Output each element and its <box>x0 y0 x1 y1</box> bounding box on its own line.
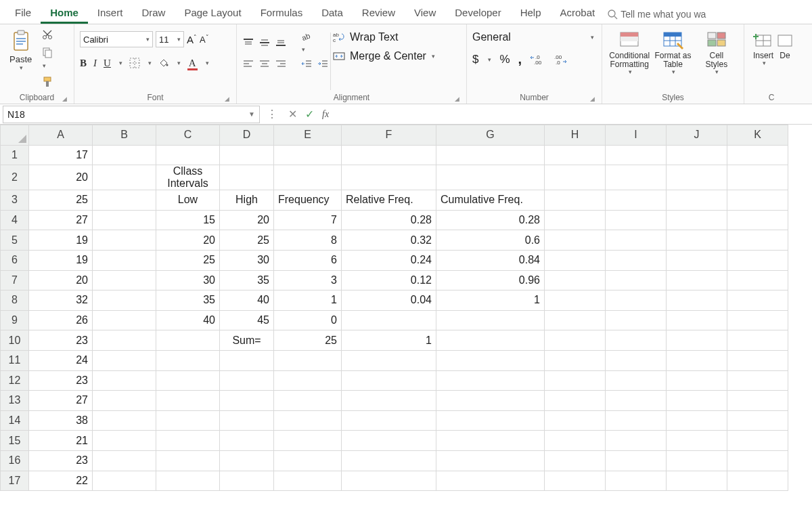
tab-page-layout[interactable]: Page Layout <box>175 3 250 24</box>
row-header[interactable]: 15 <box>1 431 29 451</box>
cell[interactable] <box>545 270 606 291</box>
cell[interactable] <box>606 190 667 211</box>
cell[interactable] <box>727 291 788 311</box>
cell[interactable] <box>93 330 156 351</box>
cell[interactable] <box>727 391 788 411</box>
copy-button[interactable]: ▾ <box>39 45 56 72</box>
cell[interactable] <box>667 370 727 391</box>
cell[interactable]: 23 <box>29 370 93 391</box>
row-header[interactable]: 4 <box>1 210 29 230</box>
cell[interactable] <box>274 391 342 411</box>
cell[interactable] <box>436 431 545 451</box>
cell[interactable]: 0.32 <box>342 230 436 251</box>
cell[interactable]: Relative Freq. <box>342 190 436 211</box>
cell[interactable] <box>220 145 274 165</box>
cell[interactable] <box>545 165 606 190</box>
cell[interactable] <box>545 291 606 311</box>
cell[interactable]: 1 <box>342 330 436 351</box>
tell-me-search[interactable]: Tell me what you wa <box>604 5 708 24</box>
decrease-font-button[interactable]: A˅ <box>200 34 209 45</box>
cell[interactable] <box>436 391 545 411</box>
clipboard-dialog-launcher[interactable]: ◢ <box>62 95 67 102</box>
cell[interactable] <box>545 330 606 351</box>
tab-insert[interactable]: Insert <box>88 3 133 24</box>
tab-home[interactable]: Home <box>41 3 88 24</box>
cell[interactable] <box>93 270 156 291</box>
cell[interactable] <box>274 370 342 391</box>
cell-styles-button[interactable]: CellStyles▾ <box>698 30 735 76</box>
cell[interactable] <box>667 431 727 451</box>
tab-view[interactable]: View <box>405 3 445 24</box>
paste-button[interactable]: Paste ▾ <box>5 27 36 85</box>
cell[interactable]: 0.28 <box>342 210 436 230</box>
cell[interactable]: 0.28 <box>436 210 545 230</box>
cell[interactable] <box>156 391 220 411</box>
cell[interactable] <box>220 165 274 190</box>
tab-review[interactable]: Review <box>353 3 405 24</box>
cell[interactable] <box>220 431 274 451</box>
cell[interactable]: 30 <box>156 270 220 291</box>
row-header[interactable]: 12 <box>1 370 29 391</box>
decrease-indent-button[interactable] <box>300 58 313 69</box>
cell[interactable] <box>727 471 788 491</box>
cell[interactable] <box>727 410 788 431</box>
cell[interactable] <box>93 210 156 230</box>
cell[interactable]: 27 <box>29 210 93 230</box>
cell[interactable] <box>606 210 667 230</box>
cell[interactable] <box>545 250 606 270</box>
cell[interactable] <box>727 350 788 370</box>
align-bottom-button[interactable] <box>275 37 287 48</box>
cell[interactable] <box>436 330 545 351</box>
cell[interactable]: 25 <box>156 250 220 270</box>
row-header[interactable]: 7 <box>1 270 29 291</box>
cell[interactable] <box>667 165 727 190</box>
cell[interactable] <box>342 471 436 491</box>
borders-button[interactable] <box>129 58 140 68</box>
cell[interactable] <box>220 471 274 491</box>
cell[interactable]: Frequency <box>274 190 342 211</box>
bold-button[interactable]: B <box>80 58 87 69</box>
cell[interactable] <box>220 450 274 471</box>
cell[interactable] <box>545 350 606 370</box>
cell[interactable] <box>93 310 156 330</box>
column-header[interactable]: E <box>274 125 342 146</box>
cell[interactable]: 0 <box>274 310 342 330</box>
cell[interactable] <box>274 471 342 491</box>
select-all-corner[interactable] <box>1 125 29 146</box>
cell[interactable] <box>93 165 156 190</box>
cell[interactable] <box>156 145 220 165</box>
tab-file[interactable]: File <box>5 3 41 24</box>
cell[interactable] <box>606 230 667 251</box>
column-header[interactable]: D <box>220 125 274 146</box>
cell[interactable] <box>727 450 788 471</box>
cell[interactable]: 0.04 <box>342 291 436 311</box>
cell[interactable] <box>545 210 606 230</box>
cell[interactable] <box>342 450 436 471</box>
font-name-combo[interactable]: Calibri▾ <box>80 31 153 47</box>
cell[interactable] <box>667 230 727 251</box>
row-header[interactable]: 13 <box>1 391 29 411</box>
spreadsheet-grid[interactable]: ABCDEFGHIJK117220Cllass Intervals325LowH… <box>0 125 812 516</box>
cell[interactable] <box>436 310 545 330</box>
cell[interactable] <box>606 270 667 291</box>
cell[interactable] <box>342 310 436 330</box>
orientation-button[interactable]: ab▾ <box>300 31 313 54</box>
cell[interactable] <box>220 350 274 370</box>
cell[interactable] <box>274 410 342 431</box>
delete-cells-button[interactable]: De <box>777 30 793 60</box>
cell[interactable] <box>220 370 274 391</box>
cell[interactable] <box>156 431 220 451</box>
column-header[interactable]: H <box>545 125 606 146</box>
cell[interactable] <box>274 165 342 190</box>
cell[interactable] <box>606 145 667 165</box>
cell[interactable] <box>606 330 667 351</box>
cell[interactable] <box>606 370 667 391</box>
cell[interactable] <box>545 450 606 471</box>
cell[interactable] <box>727 330 788 351</box>
cell[interactable] <box>667 450 727 471</box>
cell[interactable] <box>606 450 667 471</box>
cell[interactable] <box>667 270 727 291</box>
row-header[interactable]: 1 <box>1 145 29 165</box>
cell[interactable] <box>667 391 727 411</box>
cell[interactable] <box>667 330 727 351</box>
